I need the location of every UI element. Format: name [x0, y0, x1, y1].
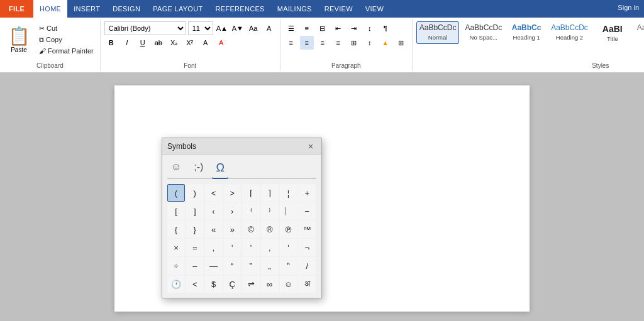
shading-button[interactable]: ▲	[379, 36, 392, 50]
font-size-select[interactable]: 11	[188, 21, 213, 35]
align-right-button[interactable]: ≡	[316, 36, 330, 50]
document-page[interactable]: Symbols × ☺ ;-) Ω	[114, 85, 530, 312]
symbol-cell[interactable]: '	[242, 239, 260, 256]
dialog-close-button[interactable]: ×	[305, 141, 316, 152]
symbol-cell[interactable]: ]	[186, 202, 204, 220]
symbol-cell[interactable]: ⇌	[242, 275, 260, 293]
align-center-button[interactable]: ≡	[300, 36, 314, 50]
tab-home[interactable]: HOME	[33, 0, 67, 18]
symbol-cell[interactable]: ©	[242, 220, 260, 238]
symbol-cell[interactable]: ∞	[261, 275, 279, 293]
text-effects-button[interactable]: A	[262, 21, 276, 35]
symbol-cell[interactable]: )	[186, 184, 204, 202]
tab-insert[interactable]: INSERT	[67, 0, 106, 18]
text-highlight-button[interactable]: A	[199, 36, 213, 50]
symbol-cell[interactable]: ⁽	[242, 202, 260, 220]
bullets-button[interactable]: ☰	[284, 21, 298, 35]
symbol-cell[interactable]: ›	[223, 202, 241, 220]
symbol-cell[interactable]: Ç	[223, 275, 241, 293]
line-spacing-button[interactable]: ↕	[363, 36, 377, 50]
tab-view[interactable]: VIEW	[359, 0, 390, 18]
dialog-tab-emoji[interactable]: ☺	[167, 160, 185, 174]
symbol-cell[interactable]: <	[186, 275, 204, 293]
decrease-font-button[interactable]: A▼	[231, 21, 245, 35]
symbol-cell[interactable]: [	[167, 202, 185, 220]
dialog-tab-emoticon[interactable]: ;-)	[190, 160, 207, 174]
symbol-cell[interactable]: ⎸	[280, 202, 297, 220]
dialog-tab-omega[interactable]: Ω	[212, 160, 228, 179]
cut-button[interactable]: ✂ Cut	[36, 23, 96, 34]
underline-button[interactable]: U	[136, 36, 150, 50]
subscript-button[interactable]: X₂	[167, 36, 181, 50]
symbol-cell[interactable]: ⌉	[261, 184, 279, 202]
tab-mailings[interactable]: MAILINGS	[271, 0, 318, 18]
symbol-cell[interactable]: ,	[261, 239, 279, 256]
align-left-button[interactable]: ≡	[284, 36, 298, 50]
font-color-button[interactable]: A	[214, 36, 228, 50]
sort-button[interactable]: ↕	[363, 21, 377, 35]
symbol-cell[interactable]: ‹	[205, 202, 223, 220]
symbol-cell[interactable]: «	[205, 220, 223, 238]
copy-button[interactable]: ⧉ Copy	[36, 34, 96, 45]
symbol-cell[interactable]: =	[186, 239, 204, 256]
symbol-cell[interactable]: »	[223, 220, 241, 238]
symbol-cell[interactable]: ⁾	[261, 202, 279, 220]
tab-page-layout[interactable]: PAGE LAYOUT	[147, 0, 209, 18]
symbol-cell[interactable]: ®	[261, 220, 279, 238]
font-name-select[interactable]: Calibri (Body)	[104, 21, 186, 35]
numbering-button[interactable]: ≡	[300, 21, 314, 35]
symbol-cell[interactable]: “	[223, 257, 241, 275]
symbol-cell[interactable]: ‚	[205, 239, 223, 256]
symbol-cell[interactable]: ¦	[280, 184, 297, 202]
symbol-cell[interactable]: ⌈	[242, 184, 260, 202]
format-painter-button[interactable]: 🖌 Format Painter	[36, 45, 96, 57]
symbol-cell[interactable]: अ	[298, 275, 316, 293]
style-normal[interactable]: AaBbCcDc Normal	[416, 21, 460, 44]
borders-button[interactable]: ⊞	[394, 36, 408, 50]
symbol-cell[interactable]: <	[205, 184, 223, 202]
justify-button[interactable]: ≡	[331, 36, 345, 50]
symbol-cell[interactable]: ×	[167, 239, 185, 256]
increase-indent-button[interactable]: ⇥	[347, 21, 361, 35]
tab-file[interactable]: FILE	[0, 0, 33, 18]
symbol-cell[interactable]: ™	[298, 220, 316, 238]
symbol-cell[interactable]: >	[223, 184, 241, 202]
tab-design[interactable]: DESIGN	[106, 0, 147, 18]
strikethrough-button[interactable]: ab	[152, 36, 165, 50]
symbol-cell[interactable]: 🕐	[167, 275, 185, 293]
symbol-cell[interactable]: '	[223, 239, 241, 256]
paste-button[interactable]: 📋 Paste	[4, 21, 34, 58]
symbol-cell[interactable]: '	[280, 239, 297, 256]
symbol-cell[interactable]: /	[298, 257, 316, 275]
symbol-cell[interactable]: ‟	[280, 257, 297, 275]
style-heading2[interactable]: AaBbCcDc Heading 2	[548, 21, 591, 44]
symbol-cell[interactable]: (	[167, 184, 185, 202]
tab-references[interactable]: REFERENCES	[209, 0, 271, 18]
symbol-cell[interactable]: $	[205, 275, 223, 293]
columns-button[interactable]: ⊞	[347, 36, 361, 50]
style-title[interactable]: AaBI Title	[594, 21, 631, 44]
symbol-cell[interactable]: }	[186, 220, 204, 238]
superscript-button[interactable]: X²	[183, 36, 197, 50]
bold-button[interactable]: B	[104, 36, 118, 50]
symbol-cell[interactable]: ÷	[167, 257, 185, 275]
multilevel-list-button[interactable]: ⊟	[316, 21, 330, 35]
symbol-cell[interactable]: –	[186, 257, 204, 275]
style-heading1[interactable]: AaBbCc Heading 1	[508, 21, 545, 44]
symbol-cell[interactable]: „	[261, 257, 279, 275]
symbol-cell[interactable]: {	[167, 220, 185, 238]
symbol-cell[interactable]: ℗	[280, 220, 297, 238]
symbol-cell[interactable]: +	[298, 184, 316, 202]
symbol-cell[interactable]: ☺	[280, 275, 297, 293]
show-formatting-button[interactable]: ¶	[379, 21, 392, 35]
symbol-cell[interactable]: ¬	[298, 239, 316, 256]
decrease-indent-button[interactable]: ⇤	[331, 21, 345, 35]
style-subtitle[interactable]: AaBbCcDc Subtitle	[634, 21, 644, 44]
symbol-cell[interactable]: −	[298, 202, 316, 220]
tab-review[interactable]: REVIEW	[318, 0, 359, 18]
sign-in-button[interactable]: Sign in	[618, 4, 639, 11]
symbol-cell[interactable]: —	[205, 257, 223, 275]
clear-formatting-button[interactable]: Aa	[247, 21, 260, 35]
symbol-cell[interactable]: ”	[242, 257, 260, 275]
increase-font-button[interactable]: A▲	[215, 21, 229, 35]
